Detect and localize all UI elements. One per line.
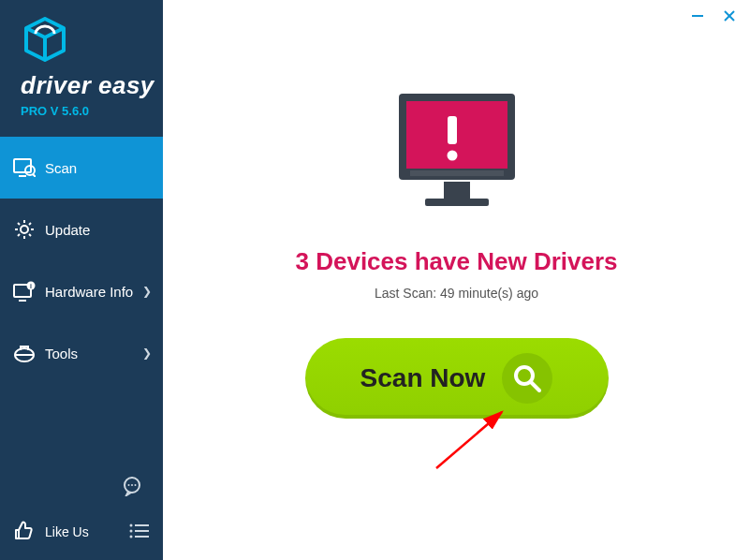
svg-point-32 (130, 535, 133, 538)
sidebar-item-label: Tools (45, 346, 78, 361)
svg-point-25 (128, 484, 130, 486)
svg-point-27 (135, 484, 137, 486)
chevron-right-icon: ❯ (142, 346, 152, 360)
menu-button[interactable] (129, 523, 150, 542)
feedback-button[interactable] (118, 472, 146, 504)
status-headline: 3 Devices have New Drivers (296, 247, 618, 276)
search-icon (502, 353, 552, 404)
svg-line-14 (18, 223, 20, 225)
svg-point-30 (130, 529, 133, 532)
cube-logo-icon (21, 17, 69, 62)
svg-point-40 (447, 151, 457, 161)
toolbag-icon (13, 342, 36, 364)
svg-line-15 (29, 234, 31, 236)
monitor-alert-graphic (382, 84, 532, 225)
svg-rect-36 (410, 170, 504, 176)
svg-point-26 (131, 484, 133, 486)
brand-block: driver easy PRO V 5.6.0 (0, 0, 163, 125)
sidebar-item-label: Hardware Info (45, 284, 133, 300)
svg-line-17 (18, 234, 20, 236)
sidebar-bottom-icons (0, 472, 163, 509)
svg-rect-38 (425, 199, 489, 206)
sidebar-item-tools[interactable]: Tools ❯ (0, 322, 163, 384)
sidebar-item-hardware-info[interactable]: i Hardware Info ❯ (0, 260, 163, 322)
sidebar-item-update[interactable]: Update (0, 199, 163, 260)
like-us-row: Like Us (0, 509, 163, 560)
sidebar-item-label: Update (45, 222, 90, 238)
svg-line-42 (531, 382, 539, 391)
brand-name: driver easy (21, 71, 163, 100)
chat-bubble-icon (122, 476, 142, 496)
scan-now-button[interactable]: Scan Now (305, 338, 609, 419)
sidebar-item-label: Scan (45, 160, 77, 176)
monitor-info-icon: i (13, 280, 36, 302)
brand-version: PRO V 5.6.0 (21, 104, 163, 118)
scan-icon (13, 156, 36, 179)
monitor-alert-icon (382, 84, 532, 225)
last-scan-text: Last Scan: 49 minute(s) ago (375, 286, 538, 301)
svg-line-43 (436, 412, 502, 468)
svg-point-28 (130, 523, 133, 526)
chevron-right-icon: ❯ (142, 285, 152, 298)
svg-rect-39 (448, 116, 457, 144)
sidebar: driver easy PRO V 5.6.0 Scan Update i (0, 0, 163, 560)
gear-icon (13, 218, 36, 241)
thumbs-up-icon (13, 521, 36, 543)
svg-point-9 (21, 226, 28, 233)
svg-text:i: i (30, 283, 32, 289)
scan-now-label: Scan Now (360, 363, 486, 393)
main-panel: 3 Devices have New Drivers Last Scan: 49… (163, 0, 750, 560)
svg-line-8 (33, 174, 36, 177)
svg-rect-37 (444, 182, 470, 199)
like-us-label[interactable]: Like Us (45, 524, 89, 539)
menu-lines-icon (129, 523, 150, 539)
sidebar-nav: Scan Update i Hardware Info ❯ Tools (0, 137, 163, 384)
svg-line-16 (29, 223, 31, 225)
sidebar-item-scan[interactable]: Scan (0, 137, 163, 199)
app-window: driver easy PRO V 5.6.0 Scan Update i (0, 0, 750, 560)
